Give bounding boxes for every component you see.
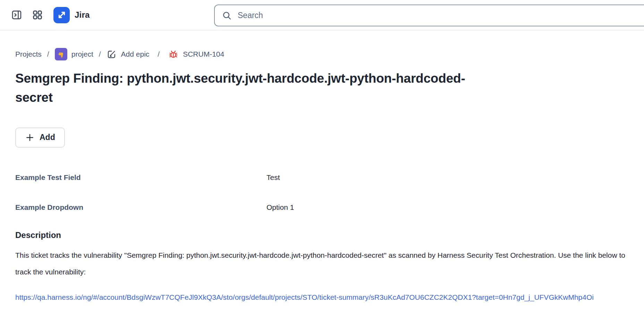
- field-value[interactable]: Test: [266, 173, 280, 182]
- breadcrumb-item-add-epic[interactable]: Add epic: [107, 49, 150, 59]
- issue-view: Projects / project /: [0, 48, 644, 306]
- breadcrumb-separator: /: [158, 50, 160, 58]
- search-icon: [222, 10, 232, 21]
- search-input[interactable]: [237, 10, 644, 20]
- issue-title: Semgrep Finding: python.jwt.security.jwt…: [15, 69, 501, 107]
- app-switcher-button[interactable]: [29, 7, 46, 23]
- edit-icon: [107, 49, 117, 59]
- field-label: Example Test Field: [15, 173, 266, 182]
- project-avatar-icon: [55, 48, 67, 60]
- breadcrumb-separator: /: [47, 50, 49, 58]
- custom-fields: Example Test Field Test Example Dropdown…: [15, 173, 629, 212]
- product-name: Jira: [75, 10, 90, 20]
- breadcrumb-item-project[interactable]: project: [55, 48, 93, 60]
- search-bar[interactable]: [214, 5, 644, 26]
- bug-icon: [168, 49, 179, 60]
- app-grid-icon: [32, 9, 43, 21]
- breadcrumb: Projects / project /: [15, 48, 629, 60]
- jira-home-link[interactable]: Jira: [53, 7, 90, 23]
- add-button-label: Add: [40, 133, 55, 142]
- jira-logo-icon: [53, 7, 70, 23]
- sidebar-toggle-icon: [11, 9, 23, 21]
- field-value[interactable]: Option 1: [266, 203, 294, 212]
- add-button[interactable]: Add: [15, 127, 65, 148]
- breadcrumb-separator: /: [99, 50, 101, 58]
- top-navigation-bar: Jira: [0, 0, 644, 31]
- description-link[interactable]: https://qa.harness.io/ng/#/account/Bdsgi…: [15, 289, 629, 306]
- sidebar-toggle-button[interactable]: [8, 7, 25, 23]
- field-row: Example Test Field Test: [15, 173, 629, 182]
- field-row: Example Dropdown Option 1: [15, 203, 629, 212]
- breadcrumb-item-issue-key[interactable]: SCRUM-104: [168, 49, 224, 60]
- description-heading: Description: [15, 230, 629, 240]
- field-label: Example Dropdown: [15, 203, 266, 212]
- plus-icon: [25, 133, 35, 142]
- breadcrumb-item-projects[interactable]: Projects: [15, 50, 42, 58]
- description-body: This ticket tracks the vulnerability "Se…: [15, 247, 629, 280]
